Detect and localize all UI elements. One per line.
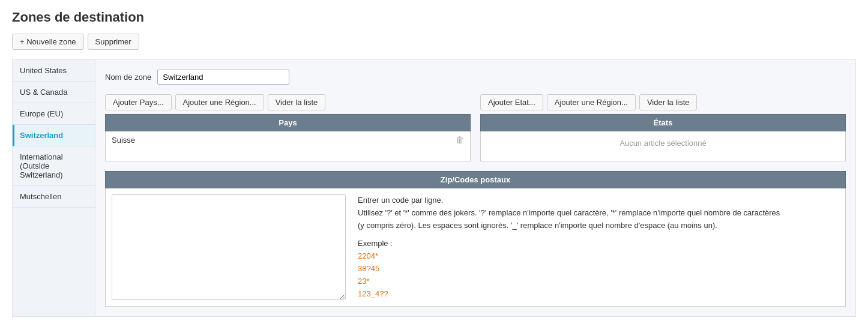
right-column-toolbar: Ajouter Etat... Ajouter une Région... Vi… bbox=[480, 94, 846, 110]
zip-code-list: 2204*38?4523*123_4?? bbox=[358, 250, 839, 300]
page-container: Zones de destination + Nouvelle zone Sup… bbox=[0, 0, 868, 326]
sidebar: United StatesUS & CanadaEurope (EU)Switz… bbox=[12, 59, 95, 317]
sidebar-item[interactable]: Switzerland bbox=[13, 125, 95, 146]
sidebar-item[interactable]: United States bbox=[13, 60, 95, 82]
country-name: Suisse bbox=[112, 136, 135, 145]
add-region-right-button[interactable]: Ajouter une Région... bbox=[547, 94, 636, 110]
right-table-body: Aucun article sélectionné bbox=[480, 131, 846, 161]
zip-example: Exemple : 2204*38?4523*123_4?? bbox=[358, 238, 839, 300]
zone-name-label: Nom de zone bbox=[105, 73, 151, 82]
zip-header: Zip/Codes postaux bbox=[105, 171, 846, 188]
empty-state-label: Aucun article sélectionné bbox=[481, 131, 845, 155]
sidebar-item[interactable]: Europe (EU) bbox=[13, 103, 95, 125]
sidebar-item[interactable]: US & Canada bbox=[13, 82, 95, 103]
zip-code-example: 38?45 bbox=[358, 263, 839, 275]
toolbar: + Nouvelle zone Supprimer bbox=[12, 34, 856, 50]
left-column: Ajouter Pays... Ajouter une Région... Vi… bbox=[105, 94, 471, 161]
zip-help-line1: Entrer un code par ligne. bbox=[358, 194, 839, 207]
delete-button[interactable]: Supprimer bbox=[88, 34, 139, 50]
zip-help-line3: (y compris zéro). Les espaces sont ignor… bbox=[358, 220, 839, 232]
zip-help: Entrer un code par ligne. Utilisez '?' e… bbox=[358, 194, 839, 300]
add-country-button[interactable]: Ajouter Pays... bbox=[105, 94, 172, 110]
zip-code-example: 123_4?? bbox=[358, 288, 839, 301]
zip-body: Entrer un code par ligne. Utilisez '?' e… bbox=[105, 188, 846, 307]
right-table-header: États bbox=[480, 114, 846, 131]
left-table-header: Pays bbox=[105, 114, 471, 131]
content-area: Nom de zone Ajouter Pays... Ajouter une … bbox=[95, 59, 856, 317]
main-layout: United StatesUS & CanadaEurope (EU)Switz… bbox=[12, 59, 856, 317]
table-row: Suisse 🗑 bbox=[106, 131, 470, 148]
left-table-body: Suisse 🗑 bbox=[105, 131, 471, 161]
sidebar-item[interactable]: International (Outside Switzerland) bbox=[13, 146, 95, 186]
clear-right-button[interactable]: Vider la liste bbox=[639, 94, 698, 110]
delete-row-icon[interactable]: 🗑 bbox=[456, 135, 464, 145]
zone-name-input[interactable] bbox=[157, 70, 289, 85]
zip-textarea[interactable] bbox=[112, 194, 346, 300]
right-column: Ajouter Etat... Ajouter une Région... Vi… bbox=[480, 94, 846, 161]
clear-left-button[interactable]: Vider la liste bbox=[268, 94, 326, 110]
add-state-button[interactable]: Ajouter Etat... bbox=[480, 94, 543, 110]
zip-help-line2: Utilisez '?' et '*' comme des jokers. '?… bbox=[358, 207, 839, 220]
add-region-left-button[interactable]: Ajouter une Région... bbox=[175, 94, 264, 110]
new-zone-button[interactable]: + Nouvelle zone bbox=[12, 34, 84, 50]
zip-example-title: Exemple : bbox=[358, 238, 839, 250]
zone-name-row: Nom de zone bbox=[105, 70, 846, 85]
left-column-toolbar: Ajouter Pays... Ajouter une Région... Vi… bbox=[105, 94, 471, 110]
zip-code-example: 23* bbox=[358, 275, 839, 288]
zip-section: Zip/Codes postaux Entrer un code par lig… bbox=[105, 171, 846, 307]
page-title: Zones de destination bbox=[12, 10, 856, 25]
columns-container: Ajouter Pays... Ajouter une Région... Vi… bbox=[105, 94, 846, 161]
zip-code-example: 2204* bbox=[358, 250, 839, 263]
sidebar-item[interactable]: Mutschellen bbox=[13, 186, 95, 208]
